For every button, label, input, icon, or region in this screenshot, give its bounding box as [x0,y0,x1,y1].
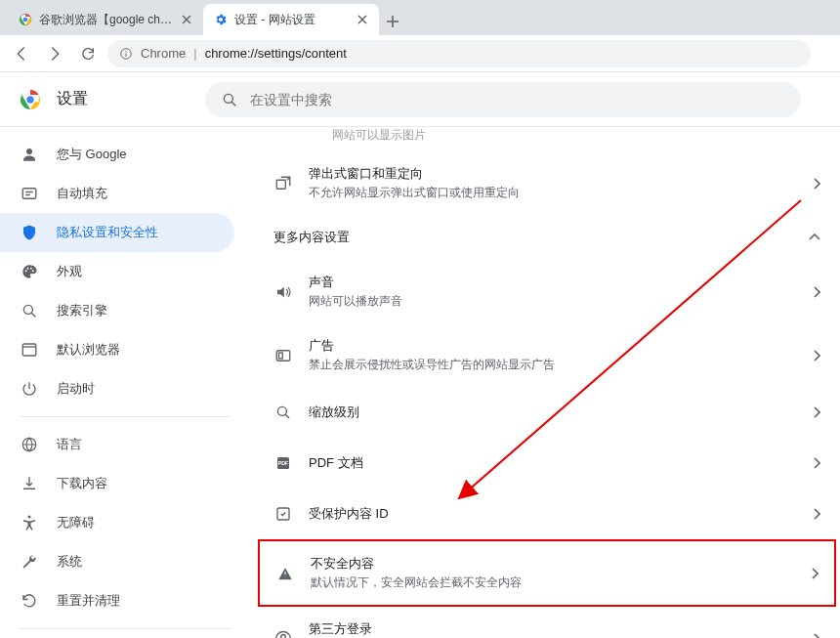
row-title: PDF 文档 [309,454,797,472]
shield-icon [20,223,39,242]
row-subtitle: 禁止会展示侵扰性或误导性广告的网站显示广告 [309,357,797,373]
settings-sidebar: 您与 Google 自动填充 隐私设置和安全性 外观 搜索引擎 默认浏览器 启动… [0,127,250,638]
sidebar-item-languages[interactable]: 语言 [0,425,234,464]
sidebar-item-privacy[interactable]: 隐私设置和安全性 [0,213,234,252]
address-sep: | [193,46,196,61]
browser-tab-bar: 谷歌浏览器【google chrome】 设置 - 网站设置 [0,0,840,35]
row-zoom[interactable]: 缩放级别 [258,387,836,438]
chevron-right-icon [811,568,819,579]
row-title: 声音 [309,274,797,291]
restore-icon [20,591,39,611]
svg-point-24 [277,406,286,415]
forward-button[interactable] [41,40,68,67]
volume-icon [273,282,293,302]
tab-title: 设置 - 网站设置 [234,12,350,28]
row-title: 弹出式窗口和重定向 [309,165,797,183]
sidebar-item-label: 默认浏览器 [57,341,120,359]
row-federated-identity[interactable]: 第三方登录 网站可以显示来自身份服务的登录提示 [258,607,836,638]
close-icon[interactable] [356,13,369,26]
search-input[interactable] [250,92,785,107]
settings-search[interactable] [205,82,801,117]
address-path: chrome://settings/content [205,46,347,61]
row-insecure-content[interactable]: 不安全内容 默认情况下，安全网站会拦截不安全内容 [258,539,836,607]
sidebar-divider [20,628,231,629]
new-tab-button[interactable] [379,8,406,35]
accessibility-icon [20,513,39,532]
row-title: 广告 [309,337,797,355]
globe-icon [20,435,39,454]
browser-tab[interactable]: 谷歌浏览器【google chrome】 [8,4,203,35]
download-icon [20,474,39,493]
row-protected-content[interactable]: 受保护内容 ID [258,489,836,539]
sidebar-item-label: 您与 Google [57,146,127,163]
chevron-up-icon [809,234,820,241]
sidebar-item-downloads[interactable]: 下载内容 [0,464,234,503]
sidebar-item-autofill[interactable]: 自动填充 [0,174,234,213]
sidebar-item-label: 隐私设置和安全性 [57,224,158,241]
sidebar-item-label: 语言 [57,436,82,453]
wrench-icon [20,552,39,572]
settings-content: 网站可以显示图片 弹出式窗口和重定向 不允许网站显示弹出式窗口或使用重定向 更多… [250,127,840,638]
autofill-icon [20,184,39,203]
chevron-right-icon [813,508,820,520]
search-icon [221,91,238,108]
warning-icon [275,564,295,583]
back-button[interactable] [8,40,35,67]
svg-point-11 [25,270,27,272]
sidebar-item-startup[interactable]: 启动时 [0,369,234,408]
svg-rect-16 [22,344,36,356]
sidebar-divider [20,416,231,417]
svg-point-12 [27,268,29,270]
reload-button[interactable] [74,40,102,67]
sidebar-item-appearance[interactable]: 外观 [0,252,234,291]
browser-tab-active[interactable]: 设置 - 网站设置 [203,4,379,35]
sidebar-item-you-and-google[interactable]: 您与 Google [0,135,234,174]
popup-icon [273,174,293,193]
row-subtitle: 网站可以播放声音 [309,293,797,310]
address-host: Chrome [141,46,186,61]
chevron-right-icon [813,457,820,469]
row-sound[interactable]: 声音 网站可以播放声音 [258,260,836,323]
chevron-right-icon [813,178,820,190]
browser-toolbar: Chrome | chrome://settings/content [0,35,840,72]
power-icon [20,379,39,399]
sidebar-item-system[interactable]: 系统 [0,542,234,581]
sidebar-item-label: 外观 [57,263,82,280]
chevron-right-icon [813,286,820,298]
sidebar-item-search-engine[interactable]: 搜索引擎 [0,291,234,330]
sidebar-item-default-browser[interactable]: 默认浏览器 [0,330,234,369]
browser-icon [20,340,39,360]
sidebar-item-label: 自动填充 [57,185,107,202]
favicon-chrome-icon [18,12,33,27]
svg-point-1 [23,18,28,22]
close-icon[interactable] [180,13,193,26]
more-content-settings-toggle[interactable]: 更多内容设置 [258,215,836,260]
svg-point-14 [32,270,34,272]
row-subtitle: 不允许网站显示弹出式窗口或使用重定向 [309,185,797,201]
row-title: 受保护内容 ID [309,505,797,523]
row-pdf[interactable]: PDF PDF 文档 [258,438,836,489]
sidebar-item-reset[interactable]: 重置并清理 [0,581,234,620]
sidebar-item-label: 无障碍 [57,514,95,532]
chrome-logo-icon [20,89,41,110]
section-title: 更多内容设置 [273,229,809,246]
settings-header: 设置 [0,72,840,127]
row-popups[interactable]: 弹出式窗口和重定向 不允许网站显示弹出式窗口或使用重定向 [258,151,836,215]
site-info-icon[interactable] [119,47,133,61]
svg-point-28 [281,634,286,638]
row-subtitle: 默认情况下，安全网站会拦截不安全内容 [311,574,795,591]
sidebar-item-accessibility[interactable]: 无障碍 [0,503,234,542]
svg-point-9 [26,149,32,154]
row-title: 不安全内容 [311,555,795,573]
zoom-icon [273,403,293,422]
svg-rect-21 [276,180,285,189]
row-ads[interactable]: 广告 禁止会展示侵扰性或误导性广告的网站显示广告 [258,323,836,387]
row-subtitle: 网站可以显示图片 [332,127,426,144]
row-title: 缩放级别 [309,404,797,421]
pdf-icon: PDF [273,453,293,473]
chevron-right-icon [813,633,820,639]
protected-icon [273,504,293,524]
address-bar[interactable]: Chrome | chrome://settings/content [107,40,811,67]
favicon-settings-icon [213,12,229,27]
chevron-right-icon [813,406,820,418]
